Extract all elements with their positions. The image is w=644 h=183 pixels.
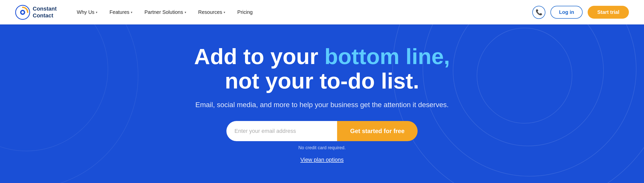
phone-icon: 📞 <box>536 9 542 16</box>
nav-features[interactable]: Features ▾ <box>109 9 132 15</box>
hero-content: Add to your bottom line, not your to-do … <box>184 44 460 163</box>
nav-partner-solutions[interactable]: Partner Solutions ▾ <box>144 9 186 15</box>
navbar: Constant Contact Why Us ▾ Features ▾ Par… <box>0 0 644 24</box>
chevron-down-icon: ▾ <box>96 11 97 14</box>
login-button[interactable]: Log in <box>550 6 583 19</box>
main-nav: Why Us ▾ Features ▾ Partner Solutions ▾ … <box>77 9 532 15</box>
nav-actions: 📞 Log in Start trial <box>532 6 629 19</box>
brand-name: Constant Contact <box>33 6 57 19</box>
cta-form: Get started for free <box>194 121 450 141</box>
hero-headline: Add to your bottom line, not your to-do … <box>194 44 450 93</box>
logo-icon <box>15 5 30 20</box>
svg-point-2 <box>21 11 24 14</box>
chevron-down-icon: ▾ <box>185 11 186 14</box>
hero-subtext: Email, social media, and more to help yo… <box>194 101 450 109</box>
chevron-down-icon: ▾ <box>224 11 225 14</box>
start-trial-button[interactable]: Start trial <box>588 6 629 19</box>
decorative-circle <box>477 28 572 124</box>
view-plans-link[interactable]: View plan options <box>300 157 344 163</box>
email-input[interactable] <box>226 121 337 141</box>
chevron-down-icon: ▾ <box>131 11 132 14</box>
hero-section: Add to your bottom line, not your to-do … <box>0 0 644 183</box>
get-started-button[interactable]: Get started for free <box>337 121 418 141</box>
nav-resources[interactable]: Resources ▾ <box>198 9 225 15</box>
phone-button[interactable]: 📞 <box>532 6 545 19</box>
decorative-circle <box>0 0 138 183</box>
logo-link[interactable]: Constant Contact <box>15 5 57 20</box>
nav-why-us[interactable]: Why Us ▾ <box>77 9 97 15</box>
nav-pricing[interactable]: Pricing <box>237 9 253 15</box>
no-credit-card-text: No credit card required. <box>194 145 450 150</box>
